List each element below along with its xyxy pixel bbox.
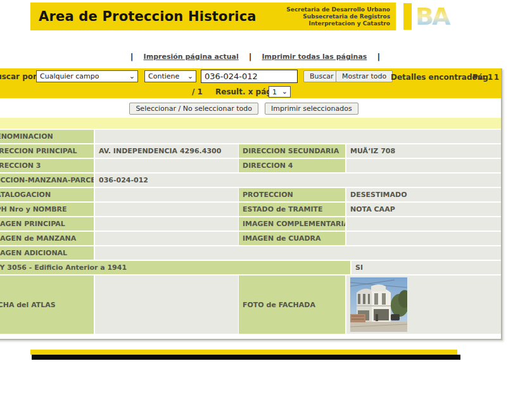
org-line: Secretaria de Desarrollo Urbano [253, 6, 390, 13]
search-toolbar: Buscar por Cualquier campo ⌄ Contiene ⌄ … [0, 68, 501, 98]
search-field-select[interactable]: Cualquier campo ⌄ [36, 70, 138, 82]
field-label: IMAGEN de MANZANA [0, 232, 94, 245]
record-detail-grid: DENOMINACION DIRECCION PRINCIPAL AV. IND… [0, 130, 501, 339]
chevron-down-icon: ⌄ [282, 89, 288, 95]
field-value [95, 130, 501, 143]
field-value [95, 188, 238, 201]
search-query-input[interactable] [201, 70, 298, 83]
print-all-pages-link[interactable]: Imprimir todas las páginas [262, 53, 367, 61]
table-row: LEY 3056 - Edificio Anterior a 1941 SI [0, 261, 501, 274]
search-by-label: Buscar por [0, 72, 37, 81]
search-operator-select[interactable]: Contiene ⌄ [144, 70, 196, 82]
per-page-selected-value: 1 [272, 88, 277, 96]
field-value [95, 276, 238, 334]
field-value: SI [352, 261, 501, 274]
chevron-down-icon: ⌄ [129, 73, 135, 80]
ba-logo-icon: BA [415, 1, 460, 30]
facade-photo-image[interactable] [350, 277, 407, 332]
page-indicator-label: Pág. 1 [472, 73, 499, 82]
field-value [95, 217, 238, 231]
table-row: DIRECCION PRINCIPAL AV. INDEPENDENCIA 42… [0, 144, 501, 158]
field-label: IMAGEN COMPLEMENTARIA [239, 217, 345, 231]
page-title: Area de Proteccion Historica [30, 9, 256, 24]
footer-yellow-bar [30, 350, 457, 355]
separator-bar: | [130, 52, 134, 61]
print-current-page-link[interactable]: Impresión página actual [144, 53, 239, 61]
table-row: SECCION-MANZANA-PARCELA 036-024-012 [0, 174, 501, 187]
field-label: FOTO de FACHADA [239, 276, 345, 334]
toggle-select-all-button[interactable]: Seleccionar / No seleccionar todo [129, 103, 258, 115]
search-operator-selected-value: Contiene [148, 72, 179, 80]
table-row: APH Nro y NOMBRE ESTADO de TRAMITE NOTA … [0, 203, 501, 216]
field-value [95, 203, 238, 216]
table-row: DENOMINACION [0, 130, 501, 143]
separator-bar: | [249, 52, 252, 61]
field-label: ESTADO de TRAMITE [239, 203, 345, 216]
field-label: SECCION-MANZANA-PARCELA [0, 174, 94, 187]
field-value: AV. INDEPENDENCIA 4296.4300 [95, 144, 238, 158]
field-label: IMAGEN PRINCIPAL [0, 217, 94, 231]
field-label: LEY 3056 - Edificio Anterior a 1941 [0, 261, 350, 274]
logo-divider-stripe [403, 3, 412, 30]
org-line: Interpretacion y Catastro [253, 20, 390, 27]
field-value: DESESTIMADO [346, 188, 501, 201]
page-fraction-label: / 1 [192, 87, 203, 96]
field-label: DENOMINACION [0, 130, 94, 143]
separator-bar: | [377, 52, 380, 61]
table-row: FICHA del ATLAS FOTO de FACHADA [0, 276, 501, 334]
field-value: 036-024-012 [95, 174, 501, 187]
table-row: IMAGEN PRINCIPAL IMAGEN COMPLEMENTARIA [0, 217, 501, 231]
field-value [346, 159, 501, 172]
field-label: DIRECCION 4 [239, 159, 345, 172]
svg-text:BA: BA [415, 3, 451, 30]
table-row: IMAGEN ADICIONAL [0, 246, 501, 260]
show-all-button[interactable]: Mostrar todo [336, 70, 393, 82]
field-label: DIRECCION PRINCIPAL [0, 144, 94, 158]
field-label: PROTECCION [239, 188, 345, 201]
field-label: FICHA del ATLAS [0, 276, 94, 334]
footer-black-bar [32, 355, 460, 360]
field-label: DIRECCION 3 [0, 159, 94, 172]
field-label: IMAGEN ADICIONAL [0, 246, 94, 260]
selection-actions-row: Seleccionar / No seleccionar todo Imprim… [0, 98, 501, 118]
field-value [95, 246, 501, 260]
table-row: CATALOGACION PROTECCION DESESTIMADO [0, 188, 501, 201]
organization-block: Secretaria de Desarrollo Urbano Subsecre… [253, 3, 390, 30]
field-label: DIRECCION SECUNDARIA [239, 144, 345, 158]
results-panel: Buscar por Cualquier campo ⌄ Contiene ⌄ … [0, 68, 502, 340]
field-value [95, 232, 238, 245]
field-value: MUÃ‘IZ 708 [346, 144, 501, 158]
table-row: IMAGEN de MANZANA IMAGEN de CUADRA [0, 232, 501, 245]
field-label: CATALOGACION [0, 188, 94, 201]
record-header-band [0, 118, 501, 129]
field-value [346, 232, 501, 245]
field-value: NOTA CAAP [346, 203, 501, 216]
field-label: IMAGEN de CUADRA [239, 232, 345, 245]
table-row: DIRECCION 3 DIRECCION 4 [0, 159, 501, 172]
search-button[interactable]: Buscar [303, 70, 340, 82]
print-links-row: | Impresión página actual | Imprimir tod… [0, 52, 510, 61]
chevron-down-icon: ⌄ [187, 73, 193, 80]
field-value [95, 159, 238, 172]
print-selected-button[interactable]: Imprimir seleccionados [265, 103, 358, 115]
facade-photo-cell [346, 276, 501, 334]
results-per-page-select[interactable]: 1 ⌄ [269, 86, 291, 98]
field-label: APH Nro y NOMBRE [0, 203, 94, 216]
search-field-selected-value: Cualquier campo [40, 72, 99, 80]
field-value [346, 217, 501, 231]
org-line: Subsecretaria de Registros [253, 13, 390, 20]
